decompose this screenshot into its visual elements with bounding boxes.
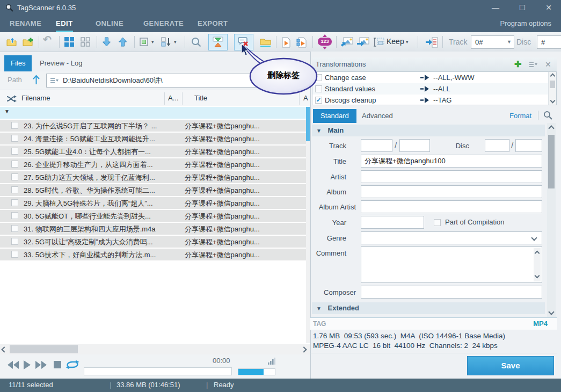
move-down-icon[interactable]: [102, 37, 111, 47]
track-format-combo[interactable]: 0# ▼: [471, 35, 514, 49]
compilation-checkbox[interactable]: [434, 219, 441, 226]
row-checkbox[interactable]: [11, 199, 18, 206]
album-input[interactable]: [361, 185, 542, 198]
keep-dropdown-label[interactable]: Keep: [387, 37, 404, 46]
row-checkbox[interactable]: [11, 186, 18, 193]
selection-mode-icon[interactable]: [140, 37, 150, 47]
chevron-down-icon[interactable]: [531, 235, 537, 241]
search-icon[interactable]: [191, 37, 201, 47]
scrollbar-thumb[interactable]: [306, 107, 310, 141]
selection-mode-dropdown[interactable]: ▾: [151, 39, 154, 45]
file-row[interactable]: 32. 5G可以让“高级定制”成为大众消费吗...分享课程+微信panghu..…: [0, 236, 306, 248]
scroll-up-icon[interactable]: [535, 251, 540, 256]
tab-edit[interactable]: EDIT: [56, 16, 73, 32]
disc-total-input[interactable]: [515, 139, 542, 152]
minimize-button[interactable]: —: [486, 0, 505, 15]
previous-track-icon[interactable]: [8, 361, 19, 369]
repeat-icon[interactable]: [65, 360, 79, 369]
row-checkbox[interactable]: [11, 212, 18, 219]
column-divider[interactable]: [164, 92, 165, 105]
write-tags-button[interactable]: [208, 34, 228, 50]
close-button[interactable]: ✕: [540, 0, 558, 15]
row-checkbox[interactable]: [11, 161, 18, 168]
track-total-input[interactable]: [399, 139, 430, 152]
comment-scrollbar[interactable]: [534, 248, 541, 281]
column-filename[interactable]: Filename: [21, 94, 50, 102]
scrollbar-thumb[interactable]: [548, 135, 555, 188]
scroll-up-icon[interactable]: [550, 74, 556, 79]
file-row[interactable]: 23. 为什么说5G开启了互联网的下半场？ ...分享课程+微信panghu..…: [0, 120, 306, 132]
row-checkbox[interactable]: [11, 173, 18, 180]
move-up-icon[interactable]: [118, 37, 127, 47]
tab-preview-log[interactable]: Preview - Log: [33, 55, 89, 71]
column-title[interactable]: Title: [194, 94, 207, 102]
tab-export[interactable]: EXPORT: [198, 16, 228, 31]
add-folder-icon[interactable]: [23, 37, 34, 47]
row-checkbox[interactable]: [11, 238, 18, 245]
comment-textarea[interactable]: [361, 246, 542, 283]
file-row[interactable]: 31. 物联网的三层架构和四大应用场景.m4a分享课程+微信panghu...: [0, 223, 306, 235]
stop-icon[interactable]: [54, 361, 61, 368]
save-button[interactable]: Save: [467, 356, 554, 375]
program-options-link[interactable]: Program options: [500, 19, 551, 27]
export-playlist-icon[interactable]: [425, 37, 438, 48]
tab-standard[interactable]: Standard: [313, 109, 356, 123]
scroll-down-icon[interactable]: [550, 98, 556, 104]
column-divider[interactable]: [182, 92, 183, 105]
editor-scrollbar[interactable]: [547, 123, 556, 317]
file-row[interactable]: 33. 5G技术下，好商业模式的判断方法.m...分享课程+微信panghu..…: [0, 249, 306, 260]
sort-dropdown[interactable]: ▾: [174, 39, 177, 45]
row-checkbox[interactable]: [11, 148, 18, 155]
transformations-close-icon[interactable]: ✕: [545, 57, 551, 71]
export-cover-icon[interactable]: [356, 37, 369, 47]
artist-input[interactable]: [361, 170, 542, 183]
parent-folder-icon[interactable]: [32, 75, 40, 85]
disc-number-input[interactable]: [485, 139, 509, 152]
scroll-down-icon[interactable]: [535, 273, 540, 279]
file-row[interactable]: 27. 5G助力这五大领域，发现千亿蓝海利...分享课程+微信panghu...: [0, 171, 306, 183]
section-extended[interactable]: ▼ Extended: [312, 302, 545, 314]
maximize-button[interactable]: ☐: [513, 0, 531, 15]
year-input[interactable]: [361, 216, 424, 229]
album-artist-input[interactable]: [361, 200, 542, 213]
tab-advanced[interactable]: Advanced: [354, 109, 400, 123]
row-checkbox[interactable]: [11, 135, 18, 142]
transformation-row[interactable]: Standard values --ALL: [312, 83, 549, 95]
tab-online[interactable]: ONLINE: [96, 16, 123, 31]
scrollbar-thumb[interactable]: [10, 345, 78, 353]
column-artist[interactable]: A...: [168, 94, 179, 102]
keep-cover-icon[interactable]: [374, 37, 384, 47]
composer-input[interactable]: [361, 286, 542, 299]
shuffle-icon[interactable]: [6, 95, 17, 103]
format-link[interactable]: Format: [509, 112, 531, 120]
file-row[interactable]: 30. 5G赋能OT，哪些行业能先尝到甜头...分享课程+微信panghu...: [0, 210, 306, 222]
autonumber-button[interactable]: 123: [318, 38, 332, 46]
deselect-all-icon[interactable]: [81, 37, 90, 47]
chevron-down-icon[interactable]: ▼: [507, 36, 512, 48]
transformation-row[interactable]: ✓ Discogs cleanup --TAG: [312, 95, 549, 106]
disc-format-input[interactable]: #: [537, 35, 561, 49]
group-row[interactable]: ▼: [0, 107, 306, 119]
file-list-vertical-scrollbar[interactable]: [306, 107, 310, 343]
track-number-input[interactable]: [361, 139, 392, 152]
tab-generate[interactable]: GENERATE: [143, 16, 184, 31]
collapse-triangle-icon[interactable]: ▼: [4, 108, 10, 114]
file-row[interactable]: 28. 5G时代，谷歌、华为操作系统可能二...分享课程+微信panghu...: [0, 184, 306, 196]
seek-bar[interactable]: [84, 367, 232, 375]
import-cover-icon[interactable]: [340, 37, 353, 47]
next-track-icon[interactable]: [35, 361, 47, 369]
transformations-menu-icon[interactable]: [529, 61, 537, 68]
tag-search-icon[interactable]: [543, 111, 552, 120]
genre-select[interactable]: [361, 231, 542, 244]
select-all-icon[interactable]: [64, 37, 74, 47]
file-row[interactable]: 26. 企业提升移动生产力，从这四方面着...分享课程+微信panghu...: [0, 158, 306, 170]
volume-slider[interactable]: [238, 368, 275, 375]
scrollbar-thumb[interactable]: [550, 81, 555, 88]
scroll-up-icon[interactable]: [548, 125, 554, 131]
section-main[interactable]: ▼ Main: [312, 125, 545, 136]
file-row[interactable]: 24. 海量连接：5G赋能工业互联网能提升...分享课程+微信panghu...: [0, 133, 306, 144]
scroll-down-icon[interactable]: [548, 309, 554, 315]
file-list-horizontal-scrollbar[interactable]: [0, 344, 310, 354]
transformations-scrollbar[interactable]: [548, 72, 556, 105]
tab-files[interactable]: Files: [4, 55, 32, 71]
